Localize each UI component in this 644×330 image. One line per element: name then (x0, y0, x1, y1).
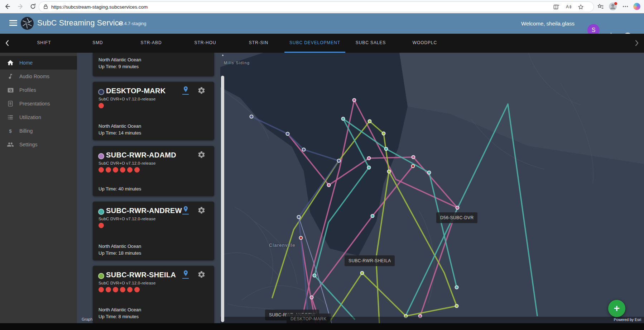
track-node[interactable] (367, 166, 371, 169)
device-card-subc-rwr-andrew[interactable]: SUBC-RWR-ANDREWSubC DVR+O v7.12.0-releas… (93, 202, 214, 260)
device-settings-gear-icon[interactable] (197, 151, 206, 159)
add-fab-button[interactable]: + (608, 300, 625, 317)
list-scrollbar-thumb[interactable] (221, 76, 224, 322)
copilot-icon[interactable] (633, 3, 640, 10)
track-node[interactable] (456, 206, 459, 209)
tab-shift[interactable]: SHIFT (32, 34, 56, 52)
track-node[interactable] (297, 216, 301, 219)
collections-icon[interactable] (596, 2, 605, 11)
device-locate-pin-icon[interactable] (181, 206, 190, 216)
menu-icon[interactable] (9, 20, 17, 26)
lock-icon (43, 4, 48, 11)
sidebar-item-label: Settings (19, 142, 38, 147)
track-node[interactable] (302, 148, 306, 151)
svg-text:A: A (566, 4, 569, 9)
track-node[interactable] (361, 272, 364, 275)
track-node[interactable] (250, 115, 253, 118)
device-version: SubC DVR+O v7.12.0-release (98, 161, 156, 165)
sidebar-item-profiles[interactable]: Profiles (0, 83, 77, 97)
track-node[interactable] (286, 132, 289, 136)
track-node[interactable] (327, 184, 331, 187)
browser-profile-icon[interactable] (608, 2, 617, 11)
device-uptime: Up Time: 40 minutes (98, 186, 141, 192)
device-status-dot (98, 89, 104, 95)
map-place-label-clarenville: Clarenville (269, 243, 295, 248)
audio-rooms-icon (6, 72, 14, 80)
track-node[interactable] (382, 132, 385, 135)
track-node[interactable] (342, 117, 345, 121)
device-card-partial[interactable]: North Atlantic OceanUp Time: 9 minutes (93, 53, 214, 76)
tab-str-hou[interactable]: STR-HOU (189, 34, 221, 52)
tab-subc-sales[interactable]: SUBC SALES (351, 34, 391, 52)
sidebar-item-home[interactable]: Home (0, 56, 77, 70)
map-svg (220, 53, 644, 324)
device-alert-dots (98, 287, 140, 292)
alert-dot (120, 167, 125, 173)
track-node[interactable] (388, 170, 391, 173)
browser-forward-icon[interactable] (16, 2, 25, 11)
tab-str-sin[interactable]: STR-SIN (244, 34, 273, 52)
device-card-desktop-mark[interactable]: DESKTOP-MARKSubC DVR+O v7.12.0-releaseNo… (93, 82, 214, 140)
read-aloud-icon[interactable]: A (564, 3, 573, 11)
favorite-star-icon[interactable] (576, 3, 585, 11)
presentations-icon (6, 100, 14, 108)
sidebar-item-billing[interactable]: $Billing (0, 124, 77, 138)
sidebar-item-settings[interactable]: Settings (0, 138, 77, 151)
track-node[interactable] (313, 274, 316, 277)
track-node[interactable] (428, 171, 431, 174)
alert-dot (98, 167, 104, 173)
list-scroll-up-icon[interactable]: ▲ (220, 53, 225, 57)
device-uptime: Up Time: 14 minutes (98, 130, 141, 136)
track-node[interactable] (299, 236, 303, 240)
track-node[interactable] (455, 286, 458, 289)
track-node[interactable] (412, 156, 415, 159)
device-settings-gear-icon[interactable] (197, 86, 206, 95)
track-node[interactable] (455, 305, 458, 308)
track-node[interactable] (337, 159, 341, 162)
device-uptime: Up Time: 9 minutes (98, 64, 139, 69)
sidebar-item-label: Profiles (19, 87, 36, 93)
browser-refresh-icon[interactable] (29, 2, 37, 11)
track-node[interactable] (367, 157, 371, 160)
device-card-panel: Graph North Atlantic OceanUp Time: 9 min… (77, 53, 220, 324)
device-locate-pin-icon[interactable] (181, 86, 190, 96)
device-settings-gear-icon[interactable] (197, 206, 206, 215)
track-node[interactable] (412, 165, 415, 168)
device-alert-dots (98, 103, 104, 108)
map-canvas[interactable]: Mills SidingClarenvilleSUBC-RWR-ANDREWDE… (220, 53, 644, 324)
track-node[interactable] (353, 99, 356, 102)
bottom-left-attribution: Graph (82, 317, 93, 321)
tab-subc-development[interactable]: SUBC DEVELOPMENT (284, 34, 345, 53)
device-settings-gear-icon[interactable] (197, 270, 206, 279)
alert-dot (98, 103, 104, 108)
device-alert-dots (98, 223, 104, 228)
split-screen-icon[interactable] (552, 3, 561, 11)
track-node[interactable] (310, 296, 313, 299)
device-status-dot (98, 273, 104, 279)
sidebar-item-utilization[interactable]: Utilization (0, 110, 77, 124)
tabs-scroll-right-icon[interactable] (635, 40, 639, 48)
device-card-subc-rwr-adamd[interactable]: SUBC-RWR-ADAMDSubC DVR+O v7.12.0-release… (93, 146, 214, 196)
track-node[interactable] (371, 214, 374, 218)
tab-woodplc[interactable]: WOODPLC (408, 34, 442, 52)
map-device-label-d56-subc-dvr[interactable]: D56-SUBC-DVR (436, 212, 477, 223)
tab-smd[interactable]: SMD (87, 34, 108, 52)
browser-back-icon[interactable] (3, 2, 11, 11)
device-card-subc-rwr-sheila[interactable]: SUBC-RWR-SHEILASubC DVR+O v7.12.0-releas… (93, 266, 214, 324)
tabs-scroll-left-icon[interactable] (5, 40, 9, 48)
track-node[interactable] (385, 147, 388, 151)
address-bar[interactable]: https://subcstream-staging.subcservices.… (39, 1, 594, 12)
device-location: North Atlantic Ocean (98, 123, 141, 129)
device-location: North Atlantic Ocean (98, 307, 141, 312)
tab-str-abd[interactable]: STR-ABD (136, 34, 167, 52)
alert-dot (106, 167, 111, 173)
sidebar-item-audio-rooms[interactable]: Audio Rooms (0, 70, 77, 83)
sidebar-item-presentations[interactable]: Presentations (0, 97, 77, 110)
more-menu-icon[interactable] (621, 2, 630, 11)
device-locate-pin-icon[interactable] (181, 270, 190, 280)
device-alert-dots (98, 167, 140, 173)
map-device-label-subc-rwr-sheila[interactable]: SUBC-RWR-SHEILA (345, 255, 395, 266)
device-location: North Atlantic Ocean (98, 57, 141, 62)
track-node[interactable] (368, 120, 371, 123)
map-place-label-mills-siding: Mills Siding (224, 61, 250, 65)
